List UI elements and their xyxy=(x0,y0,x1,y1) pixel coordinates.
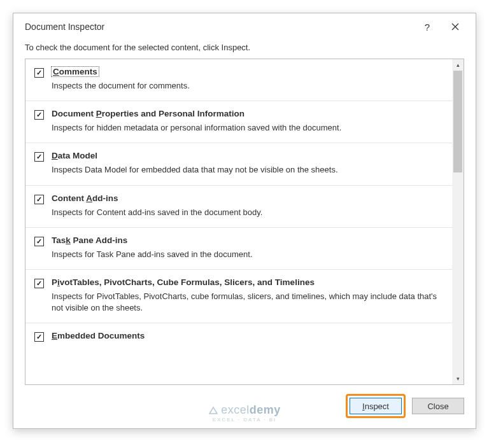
scrollbar[interactable]: ▴ ▾ xyxy=(452,59,464,384)
item-comments: Comments Inspects the document for comme… xyxy=(25,59,452,101)
item-desc: Inspects Data Model for embedded data th… xyxy=(52,164,442,176)
item-properties: Document Properties and Personal Informa… xyxy=(25,101,452,143)
item-desc: Inspects for hidden metadata or personal… xyxy=(52,122,442,134)
item-title: Embedded Documents xyxy=(52,331,442,340)
item-title: Document Properties and Personal Informa… xyxy=(52,109,442,118)
item-embedded: Embedded Documents Inspects for embedded… xyxy=(25,323,452,346)
item-desc: Inspects the document for comments. xyxy=(52,80,442,92)
dialog-title: Document Inspector xyxy=(25,22,413,32)
item-pivot: PivotTables, PivotCharts, Cube Formulas,… xyxy=(25,270,452,323)
item-title: Data Model xyxy=(52,151,442,160)
checkbox-content-addins[interactable] xyxy=(34,195,44,204)
scroll-thumb[interactable] xyxy=(453,71,462,172)
close-button[interactable]: Close xyxy=(412,398,464,414)
item-title: Task Pane Add-ins xyxy=(52,235,442,245)
dialog-footer: Inspect Close xyxy=(13,385,476,428)
scroll-up-icon[interactable]: ▴ xyxy=(452,59,464,71)
instruction-text: To check the document for the selected c… xyxy=(13,40,476,59)
item-data-model: Data Model Inspects Data Model for embed… xyxy=(25,143,452,185)
item-desc: Inspects for Task Pane add-ins saved in … xyxy=(52,249,442,260)
item-content-addins: Content Add-ins Inspects for Content add… xyxy=(25,186,452,228)
item-title: Content Add-ins xyxy=(52,193,442,203)
item-desc: Inspects for PivotTables, PivotCharts, c… xyxy=(52,291,442,314)
close-icon[interactable] xyxy=(441,17,469,37)
item-title: Comments xyxy=(52,67,99,76)
item-taskpane-addins: Task Pane Add-ins Inspects for Task Pane… xyxy=(25,228,452,270)
list-body: Comments Inspects the document for comme… xyxy=(25,59,452,384)
checkbox-embedded[interactable] xyxy=(34,332,44,342)
item-title: PivotTables, PivotCharts, Cube Formulas,… xyxy=(52,277,442,287)
checkbox-comments[interactable] xyxy=(34,68,44,78)
inspection-list: Comments Inspects the document for comme… xyxy=(25,59,464,385)
checkbox-taskpane-addins[interactable] xyxy=(34,237,44,246)
tutorial-highlight: Inspect xyxy=(346,394,406,418)
help-button[interactable]: ? xyxy=(413,17,441,37)
item-desc: Inspects for Content add-ins saved in th… xyxy=(52,207,442,218)
inspect-button[interactable]: Inspect xyxy=(350,398,402,414)
item-desc: Inspects for embedded documents, which m… xyxy=(52,344,442,346)
titlebar: Document Inspector ? xyxy=(13,13,476,40)
checkbox-properties[interactable] xyxy=(34,110,44,120)
scroll-down-icon[interactable]: ▾ xyxy=(452,373,464,384)
document-inspector-dialog: Document Inspector ? To check the docume… xyxy=(13,13,476,429)
checkbox-data-model[interactable] xyxy=(34,152,44,162)
checkbox-pivot[interactable] xyxy=(34,279,44,288)
